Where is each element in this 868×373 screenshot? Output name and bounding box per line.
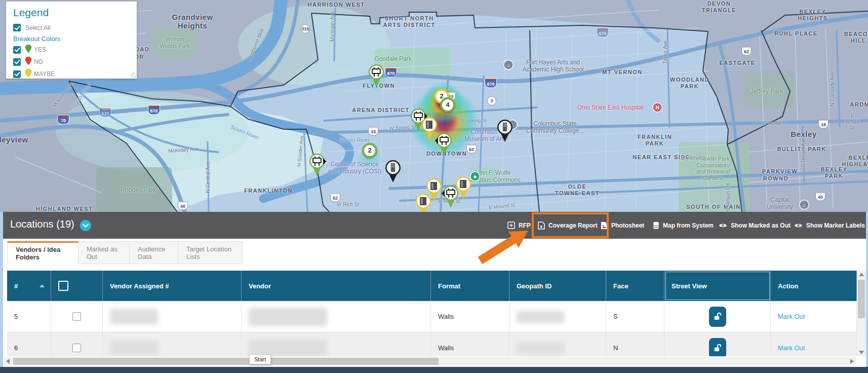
column-header-geopath-id[interactable]: Geopath ID <box>509 271 606 301</box>
cell-format: Walls <box>431 332 509 356</box>
building-pin-marker[interactable] <box>384 159 402 185</box>
legend-checkbox-maybe[interactable] <box>13 70 21 78</box>
vertical-scrollbar[interactable] <box>857 271 866 356</box>
column-header-format[interactable]: Format <box>431 271 509 301</box>
legend-item-no: NO <box>13 57 137 67</box>
column-header-label: Vendor <box>249 282 271 290</box>
street-view-button[interactable] <box>709 338 726 357</box>
eye-icon <box>719 222 727 229</box>
route-shield-16: 16 <box>818 120 828 129</box>
tooltip: Start <box>249 354 271 364</box>
hospital-icon: H <box>653 103 662 112</box>
scroll-right-arrow[interactable] <box>850 359 854 364</box>
redacted-vendor <box>249 308 327 326</box>
column-header-vendor-assigned[interactable]: Vendor Assigned # <box>103 271 242 301</box>
cell <box>242 301 431 332</box>
mark-out-link[interactable]: Mark Out <box>778 313 805 320</box>
redacted-vendor-assigned <box>110 341 158 356</box>
cell <box>51 332 103 356</box>
map-pin-icon <box>25 45 31 55</box>
tab-marked-as-out[interactable]: Marked as Out <box>78 241 130 264</box>
route-shield-670: 670 <box>485 79 497 88</box>
column-header-label: Action <box>778 282 798 290</box>
legend-checkbox-yes[interactable] <box>13 46 21 54</box>
cell <box>103 301 242 332</box>
redacted-vendor-assigned <box>110 309 158 324</box>
file-image-icon <box>601 221 608 230</box>
toolbar-button-label: Photosheet <box>611 222 644 229</box>
row-checkbox[interactable] <box>72 312 81 321</box>
column-header-checkbox[interactable] <box>51 271 103 301</box>
toolbar-button-photosheet[interactable]: Photosheet <box>601 212 644 239</box>
cell <box>51 301 103 332</box>
eye-icon <box>794 222 803 229</box>
column-header-label: Street View <box>672 282 707 290</box>
toolbar-button-label: Show Marker Labels <box>806 222 865 229</box>
billboard-pin-marker[interactable] <box>442 184 460 210</box>
route-shield-40: 40 <box>178 202 188 210</box>
column-header-face[interactable]: Face <box>606 271 664 301</box>
toolbar-button-map-from-system[interactable]: Map from System <box>653 212 714 239</box>
cell <box>242 332 431 356</box>
route-shield-3: 3 <box>487 96 496 105</box>
cell <box>103 332 242 356</box>
column-header-[interactable]: # <box>7 271 51 301</box>
horizontal-scroll-thumb[interactable] <box>13 358 439 365</box>
wall-pin-marker[interactable] <box>414 193 432 212</box>
billboard-pin-marker[interactable] <box>308 153 326 178</box>
legend-checkbox-no[interactable] <box>13 58 21 66</box>
file-excel-icon: x <box>538 221 545 230</box>
route-shield-33: 33 <box>368 127 378 136</box>
toolbar-button-rfp[interactable]: RFP <box>507 212 531 239</box>
cell-row-number: 5 <box>7 301 51 332</box>
legend-resize-handle[interactable] <box>131 72 136 78</box>
tab-audience-data[interactable]: Audience Data <box>130 241 178 264</box>
map-pin-icon <box>25 57 31 67</box>
scroll-down-arrow[interactable] <box>859 351 864 354</box>
padlock-open-icon <box>713 344 722 352</box>
locations-panel: Locations (19) RFPxCoverage ReportPhotos… <box>3 212 866 373</box>
collapse-panel-button[interactable] <box>80 220 91 231</box>
toolbar-button-show-marker-labels[interactable]: Show Marker Labels <box>794 212 865 239</box>
row-checkbox[interactable] <box>72 344 81 352</box>
billboard-pin-marker[interactable] <box>367 63 385 89</box>
select-all-rows-checkbox[interactable] <box>58 281 68 291</box>
mark-out-link[interactable]: Mark Out <box>778 344 805 352</box>
column-header-vendor[interactable]: Vendor <box>242 271 431 301</box>
scroll-left-arrow[interactable] <box>6 359 10 364</box>
route-shield-670: 670 <box>385 68 397 78</box>
toolbar-button-show-marked-as-out[interactable]: Show Marked as Out <box>719 212 791 239</box>
legend-item-label: NO <box>34 58 43 65</box>
tab-target-location-lists[interactable]: Target Location Lists <box>178 241 243 264</box>
window-bottom-edge <box>0 367 868 373</box>
column-header-street-view[interactable]: Street View <box>664 271 771 301</box>
select-all-checkbox[interactable] <box>13 24 21 31</box>
legend-item-yes: YES <box>13 45 137 55</box>
table-row: 5WallsSMark Out <box>7 301 857 332</box>
tab-vendors-idea-folders[interactable]: Vendors / Idea Folders <box>7 241 78 264</box>
column-header-label: # <box>14 282 18 290</box>
toolbar-button-label: RFP <box>519 222 531 229</box>
horizontal-scrollbar[interactable] <box>4 357 856 366</box>
school-icon: ⌂ <box>800 201 809 209</box>
cell-face: S <box>606 301 664 332</box>
scroll-up-arrow[interactable] <box>859 273 864 276</box>
breakout-colors-link[interactable]: Breakout Colors <box>13 35 137 43</box>
cell-format: Walls <box>431 301 509 332</box>
route-shield-315: 315 <box>301 24 310 33</box>
toolbar-button-coverage-report[interactable]: xCoverage Report <box>538 212 598 239</box>
street-view-button[interactable] <box>709 307 726 327</box>
cell <box>664 332 771 356</box>
panel-title: Locations (19) <box>10 218 74 230</box>
building-pin-marker[interactable] <box>496 119 514 144</box>
locations-table: #Vendor Assigned #VendorFormatGeopath ID… <box>7 271 857 356</box>
vertical-scroll-thumb[interactable] <box>858 280 865 318</box>
column-header-label: Face <box>613 282 628 290</box>
billboard-pin-marker[interactable] <box>435 132 453 158</box>
cluster-marker-4[interactable]: 4 <box>440 97 455 113</box>
legend-item-label: MAYBE <box>34 70 55 78</box>
cluster-marker-2[interactable]: 2 <box>362 143 377 158</box>
table-header-row: #Vendor Assigned #VendorFormatGeopath ID… <box>7 271 857 301</box>
toolbar-button-label: Coverage Report <box>548 222 598 229</box>
column-header-action[interactable]: Action <box>771 271 857 301</box>
